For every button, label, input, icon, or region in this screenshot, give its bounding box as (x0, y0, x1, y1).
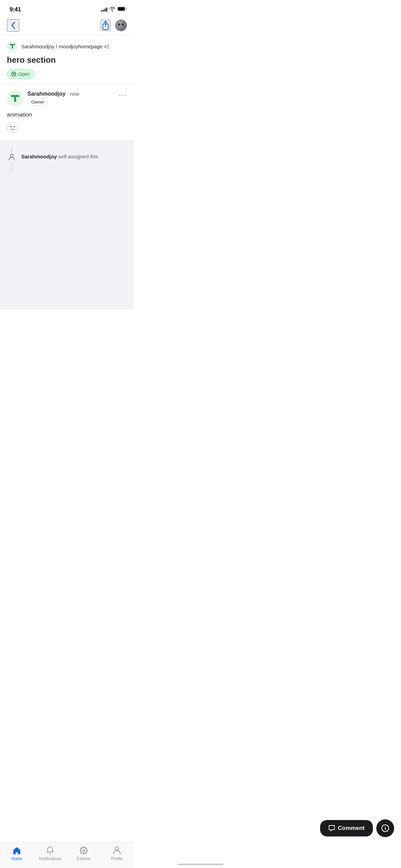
issue-title: hero section (7, 55, 127, 65)
comment-user: Sarahmoodjoy · now Owner (7, 90, 79, 107)
svg-point-11 (14, 126, 15, 127)
status-time: 9:41 (10, 6, 21, 13)
comment-header: Sarahmoodjoy · now Owner ··· (0, 85, 134, 107)
nav-bar (0, 16, 134, 35)
person-icon (8, 154, 15, 162)
open-badge-dot (11, 72, 16, 76)
emoji-button[interactable] (7, 122, 127, 135)
battery-icon (117, 7, 127, 13)
activity-text: Sarahmoodjoy self-assigned this (21, 147, 98, 160)
svg-rect-7 (11, 95, 19, 97)
status-bar: 9:41 (0, 0, 134, 16)
back-button[interactable] (7, 19, 19, 32)
comment-avatar (7, 90, 23, 107)
svg-rect-1 (118, 7, 125, 11)
wifi-icon (109, 7, 115, 13)
activity-section: Sarahmoodjoy self-assigned this (0, 141, 134, 173)
repo-icon (7, 41, 18, 52)
more-button[interactable]: ··· (119, 90, 127, 99)
comment-meta: Sarahmoodjoy · now Owner (27, 91, 79, 106)
empty-area (0, 173, 134, 310)
issue-header: Sarahmoodjoy / moodjoyhomepage #2 hero s… (0, 35, 134, 84)
status-icons (101, 7, 127, 13)
repo-line: Sarahmoodjoy / moodjoyhomepage #2 (7, 41, 127, 52)
svg-rect-5 (12, 45, 13, 49)
open-badge: Open (7, 69, 34, 79)
comment-body: animation (0, 107, 134, 141)
share-button[interactable] (101, 20, 110, 31)
svg-rect-8 (14, 97, 16, 102)
svg-point-12 (10, 154, 13, 157)
svg-rect-4 (10, 44, 15, 45)
comment-section: Sarahmoodjoy · now Owner ··· animation (0, 85, 134, 141)
svg-point-10 (10, 126, 12, 127)
avatar[interactable] (115, 20, 127, 31)
repo-path: Sarahmoodjoy / moodjoyhomepage #2 (21, 44, 110, 49)
owner-badge: Owner (27, 98, 48, 106)
signal-icon (101, 8, 107, 12)
svg-point-9 (8, 122, 18, 133)
nav-right (101, 20, 127, 31)
